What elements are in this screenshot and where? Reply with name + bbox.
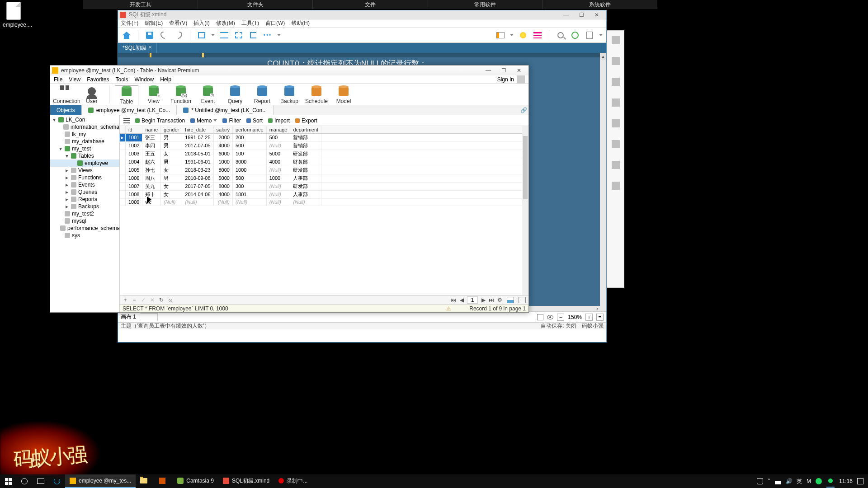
tree-connection[interactable]: ▾LK_Con — [50, 116, 119, 123]
prev-page-button[interactable]: ◀ — [459, 297, 464, 303]
page-number-input[interactable] — [467, 296, 478, 304]
sort-button[interactable]: Sort — [246, 117, 263, 124]
tool-model[interactable]: Model — [332, 85, 355, 104]
tree-db[interactable]: sys — [50, 232, 119, 239]
zoom-fit-button[interactable]: = — [596, 314, 604, 321]
eye-icon[interactable] — [547, 315, 553, 319]
link-button[interactable]: 🔗 — [519, 105, 528, 115]
tool-view[interactable]: ⌕View — [142, 85, 165, 104]
tree-queries[interactable]: ▸Queries — [50, 188, 119, 196]
chevron-down-icon[interactable] — [211, 34, 215, 36]
tree-functions[interactable]: ▸Functions — [50, 174, 119, 181]
dock-item[interactable]: 常用软件 — [428, 0, 543, 9]
table-row[interactable]: 1009wc(Null)(Null)(Null)(Null)(Null)(Nul… — [120, 198, 528, 206]
start-button[interactable] — [0, 474, 16, 488]
taskbar-task[interactable]: SQL初级.xmind — [218, 474, 274, 488]
save-button[interactable] — [145, 30, 155, 40]
table-row[interactable]: ▸1001张三男1991-07-252000200500营销部 — [120, 133, 528, 141]
xmind-tab[interactable]: *SQL初级 ✕ — [118, 43, 157, 53]
tool-event[interactable]: ⏱Event — [196, 85, 220, 104]
relationship-button[interactable] — [219, 30, 229, 40]
tray-ime-mode[interactable]: M — [807, 478, 811, 484]
gantt-button[interactable] — [533, 30, 542, 40]
format-icon[interactable] — [612, 57, 620, 65]
boundary-button[interactable] — [234, 30, 244, 40]
table-row[interactable]: 1008郑十女2014-04-0640001801(Null)人事部 — [120, 190, 528, 198]
tray-chevron-icon[interactable]: ˄ — [768, 478, 770, 484]
signin-link[interactable]: Sign In — [497, 76, 514, 83]
outline-icon[interactable] — [612, 36, 620, 44]
tool-schedule[interactable]: Schedule — [305, 85, 328, 104]
tray-network-icon[interactable] — [775, 478, 781, 484]
chevron-down-icon[interactable] — [277, 34, 281, 36]
menu-modify[interactable]: 修改(M) — [216, 19, 235, 27]
menu-favorites[interactable]: Favorites — [87, 76, 109, 83]
import-button[interactable]: Import — [268, 117, 290, 124]
cortana-button[interactable] — [16, 474, 33, 488]
zoom-level[interactable]: 150% — [568, 314, 582, 320]
tray-people-icon[interactable] — [757, 478, 763, 484]
settings-button[interactable]: ⚙ — [497, 297, 502, 303]
tree-events[interactable]: ▸Events — [50, 181, 119, 188]
font-icon[interactable] — [612, 119, 620, 127]
dock-item[interactable]: 文件 — [313, 0, 428, 9]
tray-notifications-icon[interactable] — [857, 478, 863, 484]
menu-edit[interactable]: 编辑(E) — [145, 19, 163, 27]
tray-ime-lang[interactable]: 英 — [797, 478, 802, 485]
data-grid[interactable]: idnamegenderhire_datesalaryperformancema… — [120, 126, 528, 295]
tab-objects[interactable]: Objects — [50, 105, 82, 115]
menu-tools[interactable]: 工具(T) — [241, 19, 259, 27]
menu-insert[interactable]: 插入(I) — [193, 19, 209, 27]
tree-backups[interactable]: ▸Backups — [50, 203, 119, 210]
zoom-in-button[interactable]: + — [585, 314, 593, 321]
chevron-down-icon[interactable] — [599, 34, 603, 36]
taskbar-task[interactable]: employee @my_tes... — [65, 474, 136, 488]
add-row-button[interactable]: + — [123, 297, 128, 303]
comments-icon[interactable] — [612, 161, 620, 169]
column-header[interactable]: department — [290, 126, 321, 133]
image-icon[interactable] — [612, 78, 620, 86]
xmind-titlebar[interactable]: SQL初级.xmind — ☐ ✕ — [118, 10, 606, 19]
scroll-right-icon[interactable]: › — [596, 305, 600, 312]
menu-file[interactable]: 文件(F) — [121, 19, 138, 27]
summary-button[interactable] — [248, 30, 258, 40]
zoom-out-button[interactable]: − — [557, 314, 564, 321]
more-button[interactable]: ••• — [263, 30, 273, 40]
tree-views[interactable]: ▸Views — [50, 167, 119, 174]
column-header[interactable]: manage — [266, 126, 290, 133]
column-header[interactable]: performance — [232, 126, 266, 133]
column-header[interactable]: salary — [213, 126, 232, 133]
tab-employee[interactable]: employee @my_test (LK_Co... — [82, 105, 177, 115]
vertical-scrollbar[interactable]: ▴ — [600, 53, 606, 311]
search-button[interactable] — [49, 474, 65, 488]
menu-help[interactable]: Help — [160, 76, 171, 83]
taskbar-task[interactable] — [136, 474, 155, 488]
tool-function[interactable]: f(x)Function — [169, 85, 193, 104]
table-row[interactable]: 1007吴九女2017-07-058000300(Null)研发部 — [120, 182, 528, 190]
menu-window[interactable]: Window — [135, 76, 154, 83]
first-page-button[interactable]: ⏮ — [451, 297, 456, 303]
tree-reports[interactable]: ▸Reports — [50, 196, 119, 203]
tool-connection[interactable]: Connection — [53, 85, 76, 104]
column-header[interactable]: name — [142, 126, 161, 133]
taskbar-task[interactable] — [155, 474, 173, 488]
tool-query[interactable]: Query — [223, 85, 247, 104]
last-page-button[interactable]: ⏭ — [489, 297, 494, 303]
taskbar-task[interactable]: Camtasia 9 — [173, 474, 218, 488]
share-button[interactable] — [570, 30, 580, 40]
table-row[interactable]: 1003王五女2018-05-0160001005000研发部 — [120, 150, 528, 158]
taskbar-task[interactable]: 录制中... — [274, 474, 312, 488]
home-button[interactable] — [122, 30, 132, 40]
presentation-button[interactable] — [495, 30, 505, 40]
maximize-button[interactable]: ☐ — [574, 10, 589, 19]
tree-tables[interactable]: ▾Tables — [50, 152, 119, 160]
tab-untitled[interactable]: * Untitled @my_test (LK_Con... — [177, 105, 274, 115]
navicat-titlebar[interactable]: employee @my_test (LK_Con) - Table - Nav… — [50, 66, 528, 75]
chevron-down-icon[interactable] — [510, 34, 514, 36]
table-row[interactable]: 1002李四男2017-07-054000500(Null)营销部 — [120, 141, 528, 150]
table-row[interactable]: 1005孙七女2018-03-2380001000(Null)研发部 — [120, 166, 528, 174]
refresh-button[interactable]: ↻ — [159, 297, 164, 303]
tree-db[interactable]: mysql — [50, 217, 119, 225]
scroll-up-icon[interactable]: ▴ — [600, 53, 606, 60]
memo-button[interactable]: Memo — [190, 117, 217, 124]
